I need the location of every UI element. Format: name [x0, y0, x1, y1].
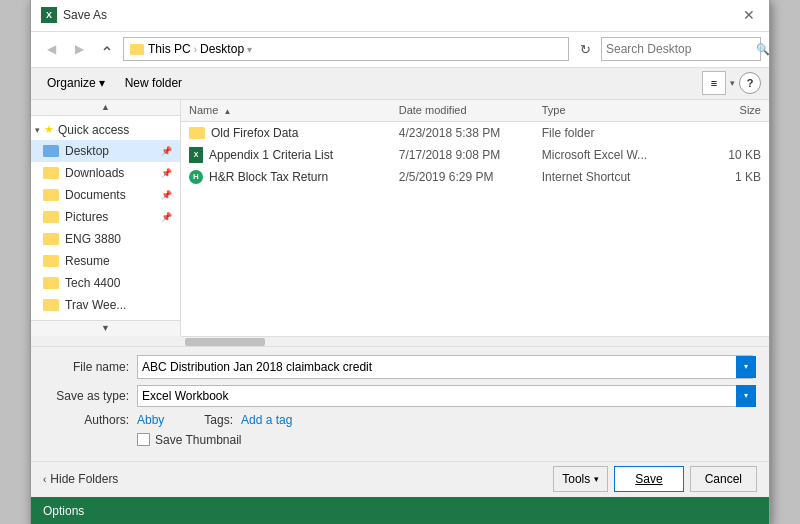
action-bar: Organize ▾ New folder ≡ ▾ ?: [31, 68, 769, 100]
hide-folders-button[interactable]: ‹ Hide Folders: [43, 472, 118, 486]
filename-dropdown-arrow[interactable]: ▾: [736, 356, 756, 378]
documents-folder-icon: [43, 189, 59, 201]
save-label: Save: [635, 472, 662, 486]
back-button[interactable]: ◀: [39, 37, 63, 61]
file-name: Old Firefox Data: [211, 126, 298, 140]
file-name-cell: X Appendix 1 Criteria List: [189, 147, 399, 163]
col-header-date[interactable]: Date modified: [399, 104, 542, 116]
pictures-folder-icon: [43, 211, 59, 223]
file-date: 7/17/2018 9:08 PM: [399, 148, 542, 162]
sidebar-item-label-pictures: Pictures: [65, 210, 108, 224]
sidebar-item-documents[interactable]: Documents 📌: [31, 184, 180, 206]
meta-row: Authors: Abby Tags: Add a tag: [47, 413, 753, 427]
authors-value[interactable]: Abby: [137, 413, 164, 427]
sidebar-item-label-desktop: Desktop: [65, 144, 109, 158]
hide-folders-label: Hide Folders: [50, 472, 118, 486]
savetype-value: Excel Workbook: [138, 389, 736, 403]
sidebar-item-desktop[interactable]: Desktop 📌: [31, 140, 180, 162]
excel-title-icon: X: [41, 7, 57, 23]
file-date: 4/23/2018 5:38 PM: [399, 126, 542, 140]
chevron-icon: ‹: [43, 474, 46, 485]
file-date: 2/5/2019 6:29 PM: [399, 170, 542, 184]
up-button[interactable]: [95, 37, 119, 61]
view-button[interactable]: ≡: [702, 71, 726, 95]
help-label: ?: [747, 77, 754, 89]
new-folder-label: New folder: [125, 76, 182, 90]
sidebar-item-label-eng3880: ENG 3880: [65, 232, 121, 246]
sidebar-item-label-documents: Documents: [65, 188, 126, 202]
resume-folder-icon: [43, 255, 59, 267]
savetype-row: Save as type: Excel Workbook ▾: [47, 385, 753, 407]
eng3880-folder-icon: [43, 233, 59, 245]
thumbnail-row: Save Thumbnail: [47, 433, 753, 447]
filename-input[interactable]: [138, 356, 736, 378]
thumbnail-label: Save Thumbnail: [155, 433, 242, 447]
pin-icon-pictures: 📌: [161, 212, 172, 222]
file-type: Microsoft Excel W...: [542, 148, 685, 162]
file-size: 10 KB: [685, 148, 761, 162]
file-row[interactable]: H H&R Block Tax Return 2/5/2019 6:29 PM …: [181, 166, 769, 188]
star-icon: ★: [44, 123, 54, 136]
help-button[interactable]: ?: [739, 72, 761, 94]
sidebar-item-tech4400[interactable]: Tech 4400: [31, 272, 180, 294]
sidebar-scroll-down[interactable]: ▼: [31, 320, 180, 336]
thumbnail-checkbox[interactable]: [137, 433, 150, 446]
view-icon: ≡: [711, 77, 717, 89]
path-bar[interactable]: This PC › Desktop ▾: [123, 37, 569, 61]
pin-icon: 📌: [161, 146, 172, 156]
col-header-type[interactable]: Type: [542, 104, 685, 116]
close-button[interactable]: ✕: [739, 5, 759, 25]
file-row[interactable]: Old Firefox Data 4/23/2018 5:38 PM File …: [181, 122, 769, 144]
organize-button[interactable]: Organize ▾: [39, 71, 113, 95]
search-input[interactable]: [606, 42, 756, 56]
view-arrow: ▾: [730, 78, 735, 88]
horizontal-scrollbar[interactable]: [181, 336, 769, 346]
col-header-name[interactable]: Name ▲: [189, 104, 399, 116]
pin-icon-documents: 📌: [161, 190, 172, 200]
internet-shortcut-icon: H: [189, 170, 203, 184]
file-name: H&R Block Tax Return: [209, 170, 328, 184]
savetype-dropdown-arrow[interactable]: ▾: [736, 385, 756, 407]
tags-value[interactable]: Add a tag: [241, 413, 292, 427]
sidebar-item-downloads[interactable]: Downloads 📌: [31, 162, 180, 184]
dialog-title: Save As: [63, 8, 107, 22]
file-name-cell: H H&R Block Tax Return: [189, 170, 399, 184]
collapse-arrow: ▾: [35, 125, 40, 135]
search-box[interactable]: 🔍: [601, 37, 761, 61]
search-icon: 🔍: [756, 43, 770, 56]
folder-icon: [130, 44, 144, 55]
desktop-folder-icon: [43, 145, 59, 157]
save-as-dialog: X Save As ✕ ◀ ▶ This PC › Desktop ▾ ↻ 🔍: [30, 0, 770, 524]
tags-label: Tags:: [204, 413, 233, 427]
sidebar-item-pictures[interactable]: Pictures 📌: [31, 206, 180, 228]
tools-button[interactable]: Tools ▾: [553, 466, 608, 492]
file-row[interactable]: X Appendix 1 Criteria List 7/17/2018 9:0…: [181, 144, 769, 166]
organize-arrow: ▾: [99, 76, 105, 90]
path-crumb: This PC › Desktop ▾: [148, 42, 252, 56]
sidebar-item-resume[interactable]: Resume: [31, 250, 180, 272]
sidebar-item-eng3880[interactable]: ENG 3880: [31, 228, 180, 250]
file-name: Appendix 1 Criteria List: [209, 148, 333, 162]
sidebar-item-label-travwee: Trav Wee...: [65, 298, 126, 312]
forward-button[interactable]: ▶: [67, 37, 91, 61]
cancel-button[interactable]: Cancel: [690, 466, 757, 492]
title-bar-left: X Save As: [41, 7, 107, 23]
sort-arrow: ▲: [223, 107, 231, 116]
sidebar-scroll-up[interactable]: ▲: [31, 100, 180, 116]
action-right: ≡ ▾ ?: [702, 71, 761, 95]
content-area: ▲ ▾ ★ Quick access Desktop 📌 Downloads 📌: [31, 100, 769, 336]
quick-access-section[interactable]: ▾ ★ Quick access: [31, 120, 180, 140]
options-label: Options: [43, 504, 84, 518]
refresh-button[interactable]: ↻: [573, 37, 597, 61]
options-bar[interactable]: Options: [31, 497, 769, 525]
tools-arrow: ▾: [594, 474, 599, 484]
path-dropdown-arrow: ▾: [247, 44, 252, 55]
file-type: File folder: [542, 126, 685, 140]
sidebar-item-travwee[interactable]: Trav Wee...: [31, 294, 180, 316]
cancel-label: Cancel: [705, 472, 742, 486]
savetype-label: Save as type:: [47, 389, 137, 403]
new-folder-button[interactable]: New folder: [117, 71, 190, 95]
form-area: File name: ▾ Save as type: Excel Workboo…: [31, 346, 769, 461]
col-header-size[interactable]: Size: [685, 104, 761, 116]
save-button[interactable]: Save: [614, 466, 683, 492]
